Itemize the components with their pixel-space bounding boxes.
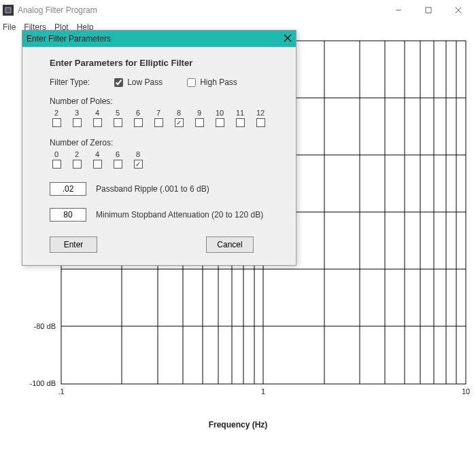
dialog-close-icon[interactable] — [284, 34, 292, 44]
zeros-option-4[interactable]: 4 — [90, 150, 104, 170]
poles-option-label: 5 — [111, 109, 124, 117]
attenuation-input[interactable] — [50, 208, 86, 222]
poles-option-5[interactable]: 5 — [111, 109, 124, 128]
x-tick-01: .1 — [58, 387, 64, 396]
poles-option-checkbox[interactable] — [195, 118, 204, 127]
y-tick-80: -80 dB — [34, 322, 56, 330]
poles-option-checkbox[interactable] — [134, 118, 143, 127]
close-button[interactable] — [443, 0, 473, 20]
ripple-label: Passband Ripple (.001 to 6 dB) — [96, 184, 209, 194]
poles-label: Number of Poles: — [50, 97, 277, 106]
window-title: Analog Filter Program — [18, 5, 384, 15]
poles-option-3[interactable]: 3 — [70, 109, 84, 128]
poles-option-label: 4 — [90, 109, 104, 117]
zeros-option-label: 4 — [90, 150, 104, 158]
ripple-input[interactable] — [50, 182, 86, 196]
zeros-option-checkbox[interactable] — [52, 160, 61, 169]
minimize-button[interactable] — [384, 0, 413, 20]
poles-option-checkbox[interactable] — [114, 118, 122, 127]
x-tick-10: 10 — [462, 387, 470, 396]
poles-option-checkbox[interactable] — [256, 118, 265, 127]
poles-option-checkbox[interactable] — [52, 118, 61, 127]
poles-option-label: 8 — [172, 109, 186, 117]
app-icon — [3, 5, 14, 16]
poles-option-label: 2 — [50, 109, 63, 117]
poles-option-7[interactable]: 7 — [152, 109, 165, 128]
dialog-title: Enter Filter Parameters — [27, 34, 284, 43]
zeros-option-checkbox[interactable] — [134, 160, 143, 169]
poles-option-4[interactable]: 4 — [90, 109, 104, 128]
attenuation-label: Minimum Stopband Attenuation (20 to 120 … — [96, 210, 263, 220]
y-tick-100: -100 dB — [29, 379, 56, 387]
poles-option-label: 11 — [233, 109, 247, 117]
zeros-option-0[interactable]: 0 — [50, 150, 63, 170]
titlebar: Analog Filter Program — [0, 0, 476, 20]
poles-option-6[interactable]: 6 — [131, 109, 145, 128]
poles-option-label: 6 — [131, 109, 145, 117]
x-tick-1: 1 — [261, 387, 265, 396]
poles-option-label: 3 — [70, 109, 84, 117]
poles-option-label: 9 — [192, 109, 206, 117]
poles-option-label: 12 — [254, 109, 267, 117]
poles-option-checkbox[interactable] — [216, 118, 224, 127]
poles-option-label: 10 — [213, 109, 226, 117]
cancel-button[interactable]: Cancel — [206, 236, 254, 253]
poles-option-checkbox[interactable] — [236, 118, 245, 127]
poles-option-checkbox[interactable] — [93, 118, 102, 127]
maximize-button[interactable] — [413, 0, 443, 20]
svg-rect-0 — [5, 7, 11, 13]
poles-option-9[interactable]: 9 — [192, 109, 206, 128]
poles-option-checkbox[interactable] — [175, 118, 184, 127]
zeros-option-checkbox[interactable] — [114, 160, 122, 169]
zeros-option-label: 8 — [131, 150, 145, 158]
high-pass-checkbox[interactable] — [187, 78, 196, 87]
zeros-option-6[interactable]: 6 — [111, 150, 124, 170]
dialog-heading: Enter Parameters for Elliptic Filter — [50, 58, 277, 68]
zeros-label: Number of Zeros: — [50, 138, 277, 147]
zeros-option-8[interactable]: 8 — [131, 150, 145, 170]
zeros-option-label: 2 — [70, 150, 84, 158]
menu-file[interactable]: File — [3, 22, 16, 32]
window-controls — [384, 0, 473, 20]
filter-parameters-dialog: Enter Filter Parameters Enter Parameters… — [22, 30, 296, 266]
low-pass-label: Low Pass — [127, 77, 163, 87]
zeros-option-checkbox[interactable] — [73, 160, 82, 169]
poles-option-label: 7 — [152, 109, 165, 117]
poles-option-checkbox[interactable] — [154, 118, 163, 127]
svg-rect-2 — [426, 7, 431, 13]
zeros-option-label: 6 — [111, 150, 124, 158]
poles-option-8[interactable]: 8 — [172, 109, 186, 128]
dialog-titlebar: Enter Filter Parameters — [22, 31, 296, 47]
low-pass-checkbox[interactable] — [114, 78, 123, 87]
filter-type-label: Filter Type: — [50, 77, 90, 87]
poles-option-2[interactable]: 2 — [50, 109, 63, 128]
x-axis-label: Frequency (Hz) — [0, 420, 476, 429]
poles-option-12[interactable]: 12 — [254, 109, 267, 128]
high-pass-label: High Pass — [200, 77, 237, 87]
poles-option-11[interactable]: 11 — [233, 109, 247, 128]
enter-button[interactable]: Enter — [50, 236, 97, 253]
zeros-option-2[interactable]: 2 — [70, 150, 84, 170]
zeros-option-checkbox[interactable] — [93, 160, 102, 169]
poles-option-10[interactable]: 10 — [213, 109, 226, 128]
zeros-option-label: 0 — [50, 150, 63, 158]
poles-option-checkbox[interactable] — [73, 118, 82, 127]
